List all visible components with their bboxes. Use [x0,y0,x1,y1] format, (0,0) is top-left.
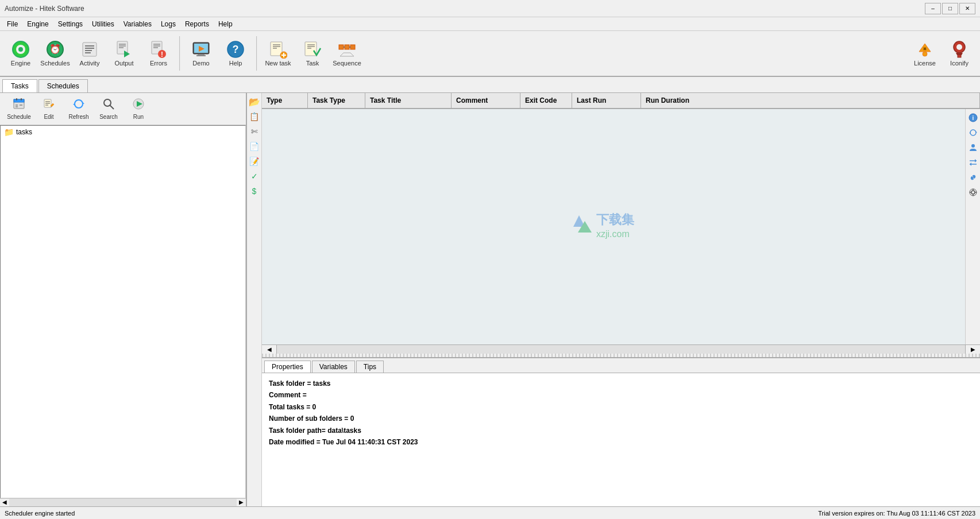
toolbar-engine[interactable]: Engine [5,34,37,73]
vert-paste[interactable]: 📄 [248,140,261,153]
vert-cut[interactable]: ✄ [248,125,261,138]
svg-point-2 [18,47,23,52]
right-panel: Type Task Type Task Title Comment Exit C… [262,93,980,506]
left-scroll-left[interactable]: ◀ [0,499,9,506]
svg-rect-55 [21,98,22,100]
svg-marker-65 [73,104,75,106]
toolbar-newtask[interactable]: New task [262,34,294,73]
demo-icon [192,40,210,59]
svg-marker-44 [340,53,354,56]
activity-icon [80,40,99,59]
svg-text:!: ! [161,51,163,59]
vert-dollar[interactable]: $ [248,185,261,197]
rs-settings[interactable] [967,186,979,199]
col-task-title: Task Title [365,93,452,108]
bottom-tab-properties[interactable]: Properties [264,361,311,373]
rs-info[interactable]: i [967,111,979,124]
help-icon: ? [226,40,245,59]
svg-rect-28 [271,42,282,56]
toolbar-output[interactable]: Output [108,34,140,73]
tree-item-tasks[interactable]: 📁 tasks [1,126,245,138]
prop-date-modified: Date modified = Tue Jul 04 11:40:31 CST … [269,436,973,448]
prop-comment: Comment = [269,389,973,401]
task-label: Task [306,60,319,67]
tree-panel[interactable]: 📁 tasks [0,125,246,498]
maximize-button[interactable]: □ [942,3,958,14]
svg-rect-40 [345,45,349,49]
sub-edit[interactable]: Edit [34,95,63,123]
prop-folder-path: Task folder path= data\tasks [269,425,973,436]
bottom-tab-tips[interactable]: Tips [356,361,384,373]
watermark: 下载集 xzji.com [568,210,659,244]
svg-text:i: i [972,115,974,121]
sub-run[interactable]: Run [124,95,153,123]
svg-line-67 [110,105,114,109]
tab-tasks[interactable]: Tasks [2,79,37,92]
sub-refresh[interactable]: Refresh [64,95,93,123]
menu-help[interactable]: Help [214,19,237,29]
toolbar-schedules[interactable]: ⏰ Schedules [39,34,71,73]
menu-engine[interactable]: Engine [22,19,53,29]
toolbar-iconify[interactable]: Iconify [943,34,975,73]
menu-reports[interactable]: Reports [180,19,214,29]
col-last-run: Last Run [572,93,641,108]
h-scroll-left[interactable]: ◀ [262,345,277,354]
sub-schedule[interactable]: Schedule [5,95,33,123]
main-tab-bar: Tasks Schedules [0,77,980,93]
search-icon [102,98,115,113]
vert-edit[interactable]: 📝 [248,155,261,168]
vert-check[interactable]: ✓ [248,170,261,183]
menu-file[interactable]: File [2,19,22,29]
bottom-tabs: Properties Variables Tips [262,358,980,373]
svg-text:?: ? [233,44,239,55]
minimize-button[interactable]: – [925,3,941,14]
svg-rect-54 [16,98,17,100]
menu-bar: File Engine Settings Utilities Variables… [0,17,980,31]
rs-link[interactable] [967,171,979,184]
menu-utilities[interactable]: Utilities [87,19,119,29]
close-button[interactable]: ✕ [959,3,975,14]
watermark-svg: 下载集 xzji.com [568,210,659,244]
bottom-tab-variables[interactable]: Variables [312,361,355,373]
left-scroll-bar[interactable] [9,499,237,506]
menu-settings[interactable]: Settings [53,19,87,29]
tab-schedules[interactable]: Schedules [38,79,88,92]
sub-search[interactable]: Search [94,95,123,123]
left-scroll-right[interactable]: ▶ [237,499,246,506]
rs-refresh[interactable] [967,126,979,139]
rs-person[interactable] [967,141,979,154]
svg-rect-25 [196,55,206,56]
menu-variables[interactable]: Variables [119,19,156,29]
toolbar-separator-1 [179,36,180,71]
toolbar-license[interactable]: License [909,34,941,73]
grid-header: Type Task Type Task Title Comment Exit C… [262,93,980,109]
vert-folder-open[interactable]: 📂 [248,95,261,108]
sequence-icon [338,40,356,59]
svg-rect-39 [339,45,344,49]
toolbar-activity[interactable]: Activity [74,34,106,73]
h-scroll-right[interactable]: ▶ [965,345,980,354]
refresh-icon [72,98,85,113]
toolbar-task[interactable]: Task [296,34,329,73]
svg-marker-76 [975,131,977,133]
sub-toolbar: Schedule Edit [0,93,246,125]
schedules-label: Schedules [40,60,70,67]
svg-rect-24 [198,54,205,55]
vert-copy[interactable]: 📋 [248,110,261,123]
toolbar-errors[interactable]: ! Errors [142,34,175,73]
svg-rect-41 [350,45,355,49]
toolbar-help[interactable]: ? Help [219,34,252,73]
errors-icon: ! [149,40,168,59]
svg-marker-64 [82,102,84,104]
title-text: Automize - Hitek Software [5,5,84,13]
menu-logs[interactable]: Logs [156,19,180,29]
col-task-type: Task Type [308,93,365,108]
iconify-label: Iconify [950,60,969,67]
left-panel: Schedule Edit [0,93,247,506]
rs-arrows[interactable] [967,156,979,169]
toolbar-sequence[interactable]: Sequence [331,34,363,73]
toolbar-demo[interactable]: Demo [185,34,217,73]
title-bar: Automize - Hitek Software – □ ✕ [0,0,980,17]
h-scroll-bar[interactable] [277,345,965,354]
grid-body[interactable]: 下载集 xzji.com [262,109,965,344]
